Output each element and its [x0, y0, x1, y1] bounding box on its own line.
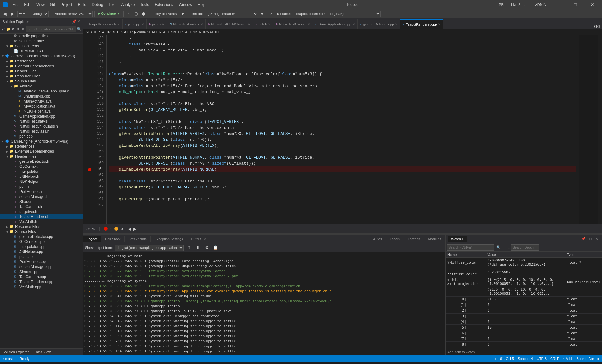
tab-logcat[interactable]: Logcat — [83, 236, 101, 242]
tree-item-pch_h[interactable]: hpch.h — [0, 184, 83, 189]
tree-expand-arrow[interactable]: ▼ — [6, 155, 9, 158]
gutter-line-145[interactable] — [87, 71, 92, 77]
logcat-copy-btn[interactable]: 📋 — [212, 244, 219, 251]
code-content[interactable]: } class="kw">else { mat_view_ = mat_view… — [107, 35, 579, 224]
watch-value-cell[interactable]: 0.239215687 — [486, 267, 565, 277]
lifecycle-filter-btn[interactable]: ▼ — [179, 10, 186, 17]
tree-item-shader_cpp[interactable]: ©Shader.cpp — [0, 269, 83, 274]
fold-line-157[interactable] — [83, 143, 87, 149]
gutter-line-152[interactable] — [87, 113, 92, 119]
tab-go-btn[interactable]: GO — [592, 24, 602, 29]
tree-item-gradle_properties[interactable]: ⚙gradle.properties — [0, 34, 83, 39]
tab-natvistestchild[interactable]: h NatvisTestChildClass.h ✕ — [206, 19, 253, 29]
maximize-button[interactable]: □ — [568, 0, 583, 9]
config-dropdown[interactable]: Debug — [29, 11, 49, 17]
tree-item-natvisclass[interactable]: hNatvisTestClass.h — [0, 129, 83, 134]
gutter-line-164[interactable] — [87, 184, 92, 190]
gutter-line-151[interactable] — [87, 107, 92, 113]
tab-autos[interactable]: Autos — [369, 236, 386, 242]
tree-item-natvistest[interactable]: NNatvisTest.natvis — [0, 119, 83, 124]
status-git[interactable]: ↕ master — [3, 357, 16, 361]
watch-tab-1[interactable]: Watch 1 — [448, 236, 467, 242]
gutter-line-149[interactable] — [87, 95, 92, 101]
tree-expand-arrow[interactable]: ▼ — [6, 230, 9, 234]
tab-gameapp[interactable]: c GameApplication.cpp ✕ — [313, 19, 358, 29]
watch-search-btn[interactable]: 🔍 — [495, 244, 502, 251]
tree-item-interpolator_cpp[interactable]: ©Interpolator.cpp — [0, 244, 83, 249]
fold-line-141[interactable] — [83, 47, 87, 53]
tree-item-tapcamera_h[interactable]: hTapCamera.h — [0, 204, 83, 209]
gutter-line-159[interactable] — [87, 155, 92, 161]
menu-debug[interactable]: Debug — [89, 1, 105, 8]
tree-item-pch[interactable]: ©pch.cpp — [0, 134, 83, 139]
tree-item-pch_cpp[interactable]: ©pch.cpp — [0, 254, 83, 259]
tab-close-pch-h2[interactable]: ✕ — [268, 23, 271, 26]
tab-natvisclass[interactable]: h NatvisTestClass.h ✕ — [273, 19, 313, 29]
gutter-line-158[interactable] — [87, 149, 92, 155]
tree-item-perfmonitor_h[interactable]: hPerfMonitor.h — [0, 189, 83, 194]
tree-item-solution_items[interactable]: ▼📁Solution Items — [0, 44, 83, 49]
watch-value-cell[interactable]: 0x0000007a342c3000 {*diffuse_color=0.239… — [486, 258, 565, 267]
se-settings-btn[interactable]: ⚙ — [11, 26, 16, 33]
gutter-line-155[interactable] — [87, 131, 92, 137]
step-into-btn[interactable]: ⬡ — [133, 10, 140, 17]
tab-natvistest[interactable]: N NatvisTest.natvis ✕ — [167, 19, 206, 29]
tree-item-readme[interactable]: 📄README.TXT — [0, 49, 83, 54]
fold-line-144[interactable] — [83, 65, 87, 71]
close-button[interactable]: ✕ — [585, 0, 599, 9]
fold-line-139[interactable] — [83, 35, 87, 41]
tree-item-android_native_app_glue[interactable]: ©android_native_app_glue.c — [0, 89, 83, 94]
tree-item-glcontext_cpp[interactable]: ©GLContext.cpp — [0, 239, 83, 244]
gutter-line-148[interactable] — [87, 89, 92, 95]
tab-close-natvistest[interactable]: ✕ — [200, 23, 203, 26]
tab-locals[interactable]: Locals — [386, 236, 404, 242]
gutter-line-139[interactable] — [87, 35, 92, 41]
fold-line-155[interactable] — [83, 131, 87, 137]
logcat-source-dropdown[interactable]: Logcat (com.example.gameapplication) — [115, 245, 184, 251]
watch-value-cell[interactable]: 0 — [486, 314, 565, 319]
watch-close-btn[interactable]: ✕ — [594, 236, 599, 241]
expand-arrow[interactable]: ▼ — [447, 261, 450, 265]
tree-item-ndkhelper[interactable]: JNDKHelper.java — [0, 109, 83, 114]
menu-build[interactable]: Build — [76, 1, 89, 8]
fold-line-159[interactable] — [83, 155, 87, 161]
fold-line-147[interactable] — [83, 83, 87, 89]
fold-line-163[interactable] — [83, 178, 87, 184]
watch-value-cell[interactable]: 0 — [486, 302, 565, 308]
tab-close-gameapp[interactable]: ✕ — [352, 23, 355, 26]
fold-line-165[interactable] — [83, 190, 87, 196]
tree-item-tapcamera_cpp[interactable]: ©TapCamera.cpp — [0, 274, 83, 279]
tab-close-teapotrenderer-h[interactable]: ✕ — [117, 23, 120, 26]
tree-item-game_engine[interactable]: ▼🔷GameEngine (Android-arm64-v8a) — [0, 139, 83, 144]
gutter-line-143[interactable] — [87, 59, 92, 65]
watch-value-cell[interactable]: 0 — [486, 308, 565, 314]
tree-item-gestureDet_h[interactable]: hgestureDetector.h — [0, 159, 83, 164]
tab-pch-h[interactable]: h pch.h ✕ — [147, 19, 167, 29]
tab-teapotrenderer-cpp[interactable]: c TeapotRenderer.cpp ✕ — [400, 19, 443, 29]
tab-teapotrenderer-h[interactable]: h TeapotRenderer.h ✕ — [83, 19, 123, 29]
tree-expand-arrow[interactable]: ▼ — [10, 85, 14, 88]
fold-line-148[interactable] — [83, 89, 87, 95]
menu-tools[interactable]: Tools — [138, 1, 151, 8]
step-out-btn[interactable]: ⬢ — [140, 10, 147, 17]
tree-expand-arrow[interactable]: ▶ — [6, 150, 9, 153]
logcat-settings-btn[interactable]: ⚙ — [203, 244, 210, 251]
gutter-line-147[interactable] — [87, 83, 92, 89]
gutter-line-142[interactable] — [87, 53, 92, 59]
logcat-output[interactable]: ---------- beginning of main06-03 13:55:… — [83, 252, 445, 355]
status-add-source[interactable]: ↑ Add to Source Control — [563, 357, 599, 361]
tab-output[interactable]: Output ✕ — [187, 236, 210, 242]
fold-line-143[interactable] — [83, 59, 87, 65]
tab-pch-h2[interactable]: h pch.h ✕ — [253, 19, 273, 29]
tab-breakpoints[interactable]: Breakpoints — [125, 236, 151, 242]
tree-item-settings_gradle[interactable]: ⚙settings.gradle — [0, 39, 83, 44]
tab-close-natvisclass[interactable]: ✕ — [308, 23, 310, 26]
fold-line-161[interactable] — [83, 166, 87, 172]
tree-expand-arrow[interactable]: ▶ — [6, 145, 9, 148]
tree-expand-arrow[interactable]: ▶ — [6, 75, 9, 78]
tree-item-gameapplication_cpp[interactable]: ©GameApplication.cpp — [0, 114, 83, 119]
gutter-line-161[interactable] — [87, 166, 92, 172]
tree-item-ge_header_files[interactable]: ▼📁Header Files — [0, 154, 83, 159]
se-close-btn[interactable]: ✕ — [77, 19, 80, 24]
menu-git[interactable]: Git — [48, 1, 57, 8]
